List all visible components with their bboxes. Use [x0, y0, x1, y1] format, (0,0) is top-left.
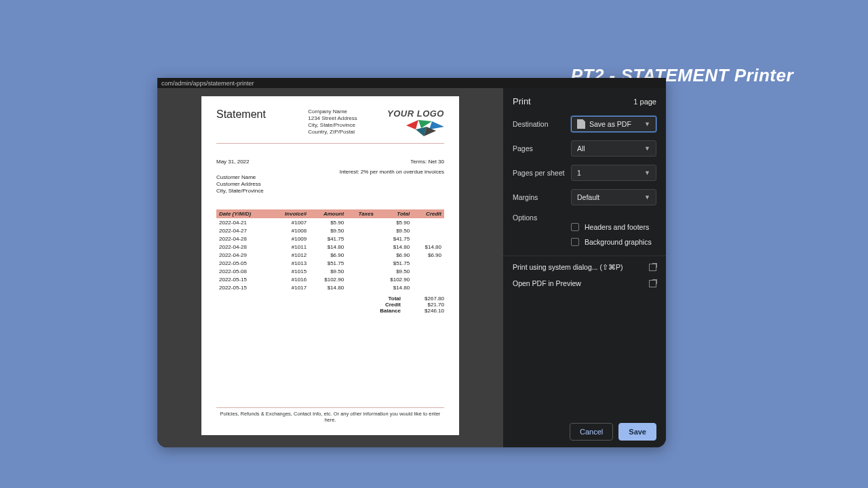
table-header: Amount [309, 209, 347, 218]
table-cell: 2022-04-29 [216, 251, 270, 259]
table-cell: #1007 [270, 218, 309, 226]
cancel-button[interactable]: Cancel [570, 423, 613, 441]
chevron-down-icon: ▼ [644, 194, 650, 201]
statement-footer: Policies, Refunds & Exchanges, Contact I… [216, 407, 444, 423]
system-dialog-label: Print using system dialog... (⇧⌘P) [513, 263, 623, 271]
table-cell: $6.90 [412, 251, 444, 259]
table-header: Total [376, 209, 412, 218]
open-pdf-link[interactable]: Open PDF in Preview [513, 279, 656, 287]
table-cell: $14.80 [309, 283, 347, 291]
table-cell: $6.90 [309, 251, 347, 259]
total-label: Total [374, 296, 401, 302]
totals-block: Total$267.80 Credit$21.70 Balance$246.10 [216, 296, 444, 314]
table-cell: #1008 [270, 226, 309, 235]
table-cell: $9.50 [376, 226, 412, 235]
save-button[interactable]: Save [618, 423, 656, 441]
statement-title: Statement [216, 108, 266, 121]
customer-addr: Customer Address [216, 181, 264, 188]
svg-marker-2 [429, 121, 444, 129]
table-cell [412, 218, 444, 226]
url-fragment: com/admin/apps/statement-printer [157, 78, 666, 88]
pages-select[interactable]: All ▼ [571, 140, 656, 157]
separator [503, 256, 666, 256]
pps-select[interactable]: 1 ▼ [571, 165, 656, 181]
table-cell: $5.90 [376, 218, 412, 226]
table-cell: 2022-04-28 [216, 235, 270, 243]
table-row: 2022-05-15#1016$102.90$102.90 [216, 275, 444, 283]
customer-name: Customer Name [216, 174, 264, 181]
margins-label: Margins [513, 193, 567, 201]
margins-select[interactable]: Default ▼ [571, 189, 656, 205]
table-cell: $14.80 [412, 243, 444, 251]
statement-interest: Interest: 2% per month on overdue invoic… [340, 169, 444, 195]
pps-value: 1 [577, 169, 581, 177]
table-row: 2022-05-08#1015$9.50$9.50 [216, 267, 444, 275]
table-cell [347, 218, 376, 226]
table-row: 2022-04-27#1008$9.50$9.50 [216, 226, 444, 235]
chevron-down-icon: ▼ [644, 145, 650, 152]
table-cell: 2022-05-05 [216, 259, 270, 267]
chevron-down-icon: ▼ [644, 121, 650, 127]
statement-date: May 31, 2022 [216, 159, 249, 165]
system-dialog-link[interactable]: Print using system dialog... (⇧⌘P) [513, 263, 656, 271]
balance-label: Balance [374, 308, 401, 314]
statement-terms: Terms: Net 30 [410, 159, 444, 165]
table-cell [412, 235, 444, 243]
statement-page: Statement Company Name 1234 Street Addre… [201, 96, 459, 435]
chevron-down-icon: ▼ [644, 169, 650, 176]
page-count: 1 page [633, 98, 656, 106]
logo-icon [406, 120, 444, 136]
table-row: 2022-04-28#1009$41.75$41.75 [216, 235, 444, 243]
destination-value: Save as PDF [589, 120, 631, 128]
table-cell: 2022-04-28 [216, 243, 270, 251]
table-cell [347, 243, 376, 251]
panel-title: Print [513, 96, 531, 106]
external-link-icon [649, 264, 656, 271]
table-header: Invoice# [270, 209, 309, 218]
company-citystate: City, State/Province [308, 122, 357, 129]
margins-value: Default [577, 193, 599, 201]
table-cell [412, 267, 444, 275]
table-cell: $51.75 [376, 259, 412, 267]
table-header: Date (Y/M/D) [216, 209, 270, 218]
table-row: 2022-05-15#1017$14.80$14.80 [216, 283, 444, 291]
background-graphics-label: Background graphics [585, 238, 652, 246]
pps-label: Pages per sheet [513, 169, 567, 177]
company-block: Company Name 1234 Street Address City, S… [308, 108, 357, 136]
table-cell: $14.80 [376, 243, 412, 251]
table-cell [347, 226, 376, 235]
table-cell: 2022-05-15 [216, 283, 270, 291]
external-link-icon [649, 280, 656, 287]
table-cell [347, 235, 376, 243]
company-street: 1234 Street Address [308, 115, 357, 122]
table-row: 2022-05-05#1013$51.75$51.75 [216, 259, 444, 267]
headers-footers-label: Headers and footers [585, 223, 649, 231]
table-header: Taxes [347, 209, 376, 218]
table-cell: 2022-05-08 [216, 267, 270, 275]
table-cell [412, 259, 444, 267]
table-cell: #1012 [270, 251, 309, 259]
credit-label: Credit [374, 302, 401, 308]
table-cell: $5.90 [309, 218, 347, 226]
table-cell: #1011 [270, 243, 309, 251]
table-cell: $14.80 [376, 283, 412, 291]
table-cell: #1016 [270, 275, 309, 283]
table-cell: #1015 [270, 267, 309, 275]
headers-footers-checkbox[interactable] [571, 223, 579, 231]
print-panel: Print 1 page Destination Save as PDF ▼ P… [503, 88, 666, 447]
table-cell: $9.50 [309, 267, 347, 275]
table-cell: $41.75 [376, 235, 412, 243]
table-cell: $102.90 [376, 275, 412, 283]
destination-select[interactable]: Save as PDF ▼ [571, 116, 656, 132]
table-cell: $6.90 [376, 251, 412, 259]
total-value: $267.80 [413, 296, 444, 302]
invoice-table: Date (Y/M/D)Invoice#AmountTaxesTotalCred… [216, 209, 444, 291]
open-pdf-label: Open PDF in Preview [513, 279, 581, 287]
table-row: 2022-04-28#1011$14.80$14.80$14.80 [216, 243, 444, 251]
background-graphics-checkbox[interactable] [571, 238, 579, 246]
print-preview-area: Statement Company Name 1234 Street Addre… [157, 88, 503, 447]
table-cell: $9.50 [376, 267, 412, 275]
table-cell [347, 251, 376, 259]
svg-marker-0 [406, 120, 418, 129]
table-cell: $102.90 [309, 275, 347, 283]
